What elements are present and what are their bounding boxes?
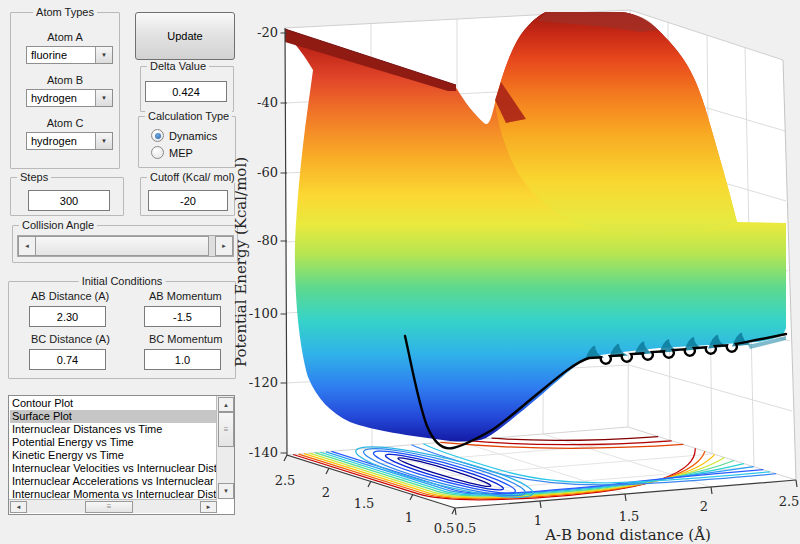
collision-angle-slider[interactable]: ◄ ► — [17, 235, 234, 257]
mep-radio-row[interactable]: MEP — [151, 146, 193, 159]
slider-left-arrow-icon[interactable]: ◄ — [18, 236, 36, 256]
plot-type-listbox[interactable]: Contour Plot Surface Plot Internuclear D… — [8, 395, 235, 515]
radio-selected-icon[interactable] — [151, 129, 164, 142]
chevron-down-icon[interactable]: ▼ — [95, 47, 112, 63]
mep-radio-label: MEP — [169, 147, 193, 159]
cutoff-field[interactable] — [148, 190, 228, 211]
x-axis-label: A-B bond distance (Å) — [544, 526, 711, 544]
update-button[interactable]: Update — [135, 12, 235, 60]
initial-conditions-panel: Initial Conditions AB Distance (A) AB Mo… — [8, 281, 236, 379]
svg-text:0.5: 0.5 — [434, 521, 455, 536]
svg-text:1.5: 1.5 — [354, 496, 375, 511]
ab-momentum-label: AB Momentum — [149, 290, 222, 302]
atom-c-label: Atom C — [11, 117, 119, 129]
dynamics-radio-label: Dynamics — [169, 130, 217, 142]
horizontal-scrollbar-thumb[interactable]: ≡ — [85, 501, 133, 513]
steps-title: Steps — [17, 171, 51, 183]
slider-thumb[interactable] — [35, 236, 209, 256]
list-item[interactable]: Kinetic Energy vs Time — [10, 449, 218, 462]
bc-distance-field[interactable] — [29, 349, 106, 370]
chevron-down-icon[interactable]: ▼ — [95, 90, 112, 106]
svg-text:-100: -100 — [249, 306, 278, 321]
svg-text:2.5: 2.5 — [779, 494, 800, 509]
svg-text:0.5: 0.5 — [456, 521, 477, 536]
delta-value-title: Delta Value — [147, 60, 209, 72]
horizontal-scrollbar[interactable]: ◄ ≡ ► — [9, 499, 217, 513]
scroll-left-icon[interactable]: ◄ — [10, 501, 27, 513]
calculation-type-title: Calculation Type — [145, 110, 232, 122]
app-window: { "icons": { "dropdown_arrow": "▼", "scr… — [0, 0, 800, 544]
list-item[interactable]: Internuclear Distances vs Time — [10, 423, 218, 436]
svg-text:1: 1 — [405, 510, 413, 525]
scroll-right-icon[interactable]: ► — [200, 501, 217, 513]
z-axis-label: Potential Energy (Kcal/mol) — [232, 157, 250, 367]
atom-c-dropdown[interactable]: hydrogen ▼ — [26, 132, 113, 150]
svg-text:2: 2 — [322, 485, 330, 500]
atom-a-label: Atom A — [11, 31, 119, 43]
z-axis-ticks: -20 -40 -60 -80 -100 -120 -140 — [249, 25, 278, 460]
bc-momentum-field[interactable] — [144, 349, 221, 370]
collision-angle-panel: Collision Angle ◄ ► — [12, 225, 238, 263]
cutoff-title: Cutoff (Kcal/ mol) — [147, 171, 238, 183]
steps-field[interactable] — [28, 190, 110, 211]
radio-unselected-icon[interactable] — [151, 146, 164, 159]
svg-text:-60: -60 — [257, 165, 278, 180]
calculation-type-panel: Calculation Type Dynamics MEP — [138, 116, 236, 168]
svg-text:-80: -80 — [257, 233, 278, 248]
atom-types-title: Atom Types — [33, 6, 97, 18]
chevron-down-icon[interactable]: ▼ — [95, 133, 112, 149]
svg-text:-40: -40 — [257, 95, 278, 110]
delta-value-panel: Delta Value — [140, 66, 234, 112]
ab-distance-label: AB Distance (A) — [31, 290, 109, 302]
atom-b-value: hydrogen — [31, 92, 77, 104]
dynamics-radio-row[interactable]: Dynamics — [151, 129, 217, 142]
atom-c-value: hydrogen — [31, 135, 77, 147]
list-item[interactable]: Potential Energy vs Time — [10, 436, 218, 449]
list-item[interactable]: Internuclear Accelerations vs Internucle… — [10, 475, 218, 488]
svg-text:2: 2 — [700, 499, 708, 514]
atom-b-dropdown[interactable]: hydrogen ▼ — [26, 89, 113, 107]
ab-momentum-field[interactable] — [144, 306, 221, 327]
svg-text:-140: -140 — [249, 445, 278, 460]
svg-text:2.5: 2.5 — [275, 473, 296, 488]
initial-conditions-title: Initial Conditions — [79, 275, 166, 287]
collision-angle-title: Collision Angle — [19, 219, 97, 231]
cutoff-panel: Cutoff (Kcal/ mol) — [140, 177, 235, 216]
svg-text:-120: -120 — [249, 375, 278, 390]
delta-value-field[interactable] — [145, 81, 227, 102]
list-item[interactable]: Internuclear Velocities vs Internuclear … — [10, 462, 218, 475]
atom-types-panel: Atom Types Atom A fluorine ▼ Atom B hydr… — [10, 12, 120, 169]
surface-plot-canvas[interactable]: #contours path, #contours ellipse { vect… — [230, 0, 800, 544]
list-item-selected[interactable]: Surface Plot — [10, 410, 218, 423]
atom-a-dropdown[interactable]: fluorine ▼ — [26, 46, 113, 64]
ab-distance-field[interactable] — [29, 306, 106, 327]
bc-distance-label: BC Distance (A) — [31, 333, 110, 345]
list-item[interactable]: Contour Plot — [10, 397, 218, 410]
atom-a-value: fluorine — [31, 49, 67, 61]
atom-b-label: Atom B — [11, 74, 119, 86]
svg-text:1: 1 — [534, 513, 542, 528]
svg-text:1.5: 1.5 — [619, 509, 640, 524]
bc-momentum-label: BC Momentum — [149, 333, 222, 345]
steps-panel: Steps — [10, 177, 124, 216]
svg-text:-20: -20 — [257, 25, 278, 40]
